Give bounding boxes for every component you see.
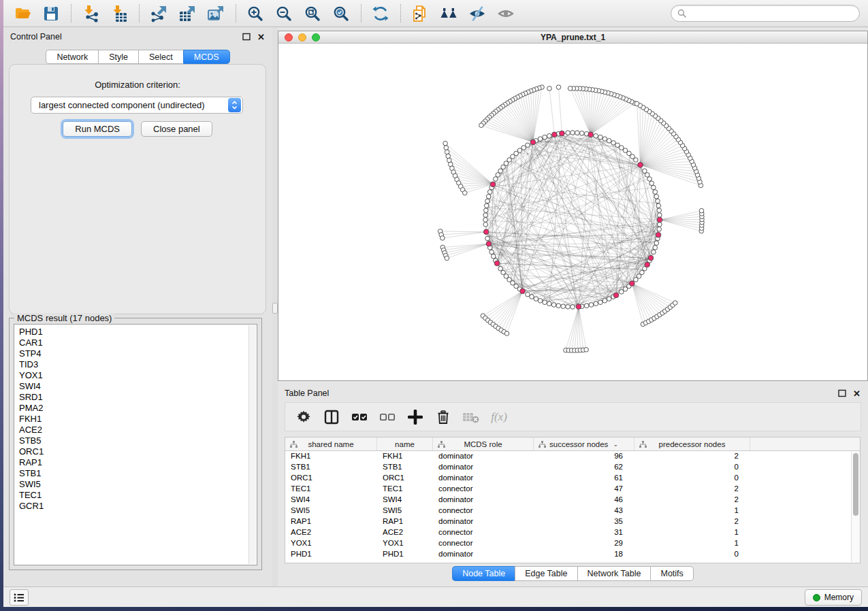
table-cell: RAP1 bbox=[377, 516, 433, 527]
table-cell: TEC1 bbox=[285, 484, 377, 495]
column-header-name[interactable]: name bbox=[377, 437, 433, 450]
mcds-result-item[interactable]: PMA2 bbox=[19, 403, 257, 414]
node-table: shared name name MCDS role successor nod… bbox=[285, 437, 861, 563]
control-panel-title: Control Panel bbox=[10, 32, 62, 42]
binoculars-icon[interactable] bbox=[439, 4, 457, 22]
tab-select[interactable]: Select bbox=[138, 50, 183, 64]
table-mode-gear-icon[interactable] bbox=[295, 408, 312, 426]
tab-network-table[interactable]: Network Table bbox=[577, 566, 651, 581]
export-table-icon[interactable] bbox=[178, 4, 196, 22]
mcds-result-item[interactable]: STB5 bbox=[19, 435, 257, 446]
table-row[interactable]: PHD1PHD1dominator180 bbox=[285, 549, 860, 560]
tab-edge-table[interactable]: Edge Table bbox=[515, 566, 577, 581]
mcds-result-item[interactable]: STP4 bbox=[19, 348, 257, 359]
open-session-icon[interactable] bbox=[13, 4, 31, 22]
tab-mcds[interactable]: MCDS bbox=[183, 50, 230, 64]
memory-label: Memory bbox=[824, 593, 854, 602]
add-column-plus-icon[interactable] bbox=[406, 408, 424, 426]
column-header-shared-name[interactable]: shared name bbox=[285, 437, 377, 450]
table-cell: 0 bbox=[634, 462, 750, 473]
select-stepper-icon bbox=[228, 98, 241, 112]
network-canvas[interactable] bbox=[278, 44, 867, 380]
optimization-criterion-select[interactable]: largest connected component (undirected) bbox=[31, 97, 243, 114]
memory-status-icon bbox=[813, 594, 820, 601]
import-network-icon[interactable] bbox=[81, 4, 99, 22]
zoom-in-icon[interactable] bbox=[246, 4, 264, 22]
toolbar-separator bbox=[236, 4, 236, 22]
zoom-out-icon[interactable] bbox=[274, 4, 293, 22]
table-cell: 43 bbox=[534, 506, 634, 516]
scrollbar-track[interactable] bbox=[248, 325, 256, 564]
table-cell: 18 bbox=[534, 549, 634, 560]
column-header-predecessor-nodes[interactable]: predecessor nodes bbox=[634, 437, 750, 450]
zoom-selected-icon[interactable] bbox=[332, 4, 350, 22]
mcds-result-item[interactable]: SWI5 bbox=[19, 479, 257, 490]
tab-node-table[interactable]: Node Table bbox=[452, 566, 515, 581]
zoom-fit-icon[interactable] bbox=[303, 4, 321, 22]
mcds-result-item[interactable]: CAR1 bbox=[19, 337, 257, 348]
float-window-icon[interactable] bbox=[837, 389, 846, 398]
clone-network-icon[interactable] bbox=[411, 4, 429, 22]
column-header-successor-nodes[interactable]: successor nodes ⌄ bbox=[534, 437, 634, 450]
table-scrollbar-thumb[interactable] bbox=[853, 453, 858, 516]
export-network-icon[interactable] bbox=[149, 4, 167, 22]
network-window-titlebar[interactable]: YPA_prune.txt_1 bbox=[278, 31, 867, 44]
mcds-result-item[interactable]: TID3 bbox=[19, 359, 257, 370]
column-header-filler bbox=[750, 437, 860, 450]
table-row[interactable]: ACE2ACE2connector311 bbox=[285, 527, 860, 538]
refresh-icon[interactable] bbox=[371, 4, 389, 22]
table-scrollbar[interactable] bbox=[851, 452, 860, 562]
splitter-grip[interactable] bbox=[272, 303, 278, 314]
tree-icon bbox=[539, 441, 546, 448]
search-field[interactable] bbox=[671, 5, 860, 22]
mcds-result-item[interactable]: PHD1 bbox=[19, 327, 257, 337]
deselect-all-icon[interactable] bbox=[379, 408, 396, 426]
vertical-splitter[interactable] bbox=[272, 28, 278, 587]
mcds-result-item[interactable]: ACE2 bbox=[19, 425, 257, 435]
delete-column-trash-icon[interactable] bbox=[434, 408, 452, 426]
mcds-result-list[interactable]: PHD1CAR1STP4TID3YOX1SWI4SRD1PMA2FKH1ACE2… bbox=[14, 324, 257, 565]
show-panels-list-button[interactable] bbox=[10, 589, 29, 606]
mcds-result-item[interactable]: SRD1 bbox=[19, 392, 257, 403]
hide-selected-eye-slash-icon[interactable] bbox=[468, 4, 486, 22]
table-toolbar: f(x) bbox=[285, 402, 861, 431]
save-session-icon[interactable] bbox=[42, 4, 60, 22]
show-all-eye-icon[interactable] bbox=[496, 4, 515, 22]
table-cell: YOX1 bbox=[285, 538, 377, 549]
tab-style[interactable]: Style bbox=[98, 50, 138, 64]
mcds-result-item[interactable]: SWI4 bbox=[19, 381, 257, 392]
show-columns-icon[interactable] bbox=[323, 408, 340, 426]
float-window-icon[interactable] bbox=[242, 33, 251, 42]
mcds-result-item[interactable]: FKH1 bbox=[19, 414, 257, 425]
mcds-result-item[interactable]: RAP1 bbox=[19, 457, 257, 468]
table-cell: 1 bbox=[634, 538, 750, 549]
close-panel-button[interactable]: Close panel bbox=[141, 121, 212, 137]
run-mcds-button[interactable]: Run MCDS bbox=[63, 121, 132, 137]
select-all-icon[interactable] bbox=[351, 408, 368, 426]
tab-motifs[interactable]: Motifs bbox=[650, 566, 693, 581]
optimization-criterion-label: Optimization criterion: bbox=[10, 80, 266, 90]
table-row[interactable]: STB1STB1dominator620 bbox=[285, 462, 860, 473]
table-row[interactable]: TEC1TEC1connector472 bbox=[285, 484, 860, 495]
export-image-icon[interactable] bbox=[206, 4, 225, 22]
table-row[interactable]: YOX1YOX1connector291 bbox=[285, 538, 860, 549]
table-row[interactable]: SWI5SWI5connector431 bbox=[285, 506, 860, 516]
table-cell: connector bbox=[433, 484, 534, 495]
mcds-result-item[interactable]: ORC1 bbox=[19, 446, 257, 457]
table-row[interactable]: FKH1FKH1dominator962 bbox=[285, 451, 860, 462]
table-row[interactable]: ORC1ORC1dominator610 bbox=[285, 473, 860, 484]
close-panel-icon[interactable]: ✕ bbox=[257, 33, 266, 42]
table-row[interactable]: SWI4SWI4dominator462 bbox=[285, 495, 860, 506]
mcds-result-item[interactable]: STB1 bbox=[19, 468, 257, 479]
search-input[interactable] bbox=[690, 9, 853, 18]
memory-button[interactable]: Memory bbox=[805, 589, 862, 606]
column-header-mcds-role[interactable]: MCDS role bbox=[433, 437, 534, 450]
mcds-result-item[interactable]: TEC1 bbox=[19, 490, 257, 501]
mcds-result-item[interactable]: GCR1 bbox=[19, 501, 257, 512]
table-row[interactable]: RAP1RAP1dominator352 bbox=[285, 516, 860, 527]
close-panel-icon[interactable]: ✕ bbox=[852, 389, 861, 398]
mcds-result-item[interactable]: YOX1 bbox=[19, 370, 257, 381]
import-table-icon[interactable] bbox=[110, 4, 128, 22]
table-cell: 29 bbox=[534, 538, 634, 549]
tab-network[interactable]: Network bbox=[46, 50, 98, 64]
